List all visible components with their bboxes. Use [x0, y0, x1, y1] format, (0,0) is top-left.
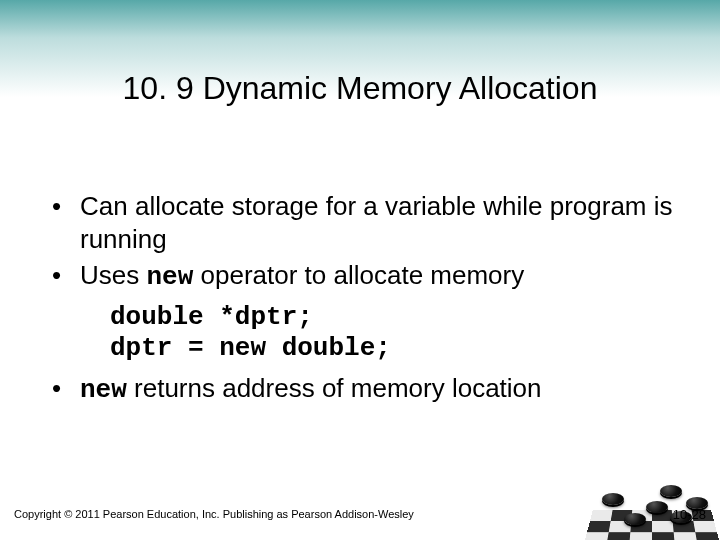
bullet-3-mono: new [80, 375, 127, 405]
bullet-list: Can allocate storage for a variable whil… [52, 190, 680, 294]
bullet-2-mono: new [146, 262, 193, 292]
code-line-2: dptr = new double; [110, 333, 391, 363]
bullet-item-1: Can allocate storage for a variable whil… [52, 190, 680, 255]
slide: 10. 9 Dynamic Memory Allocation Can allo… [0, 0, 720, 540]
page-number: 10-28 [673, 507, 706, 522]
bullet-item-3: new returns address of memory location [52, 372, 680, 407]
bullet-3-post: returns address of memory location [127, 373, 542, 403]
bullet-2-pre: Uses [80, 260, 146, 290]
checker-piece [602, 493, 624, 505]
slide-content: Can allocate storage for a variable whil… [52, 190, 680, 410]
copyright-footer: Copyright © 2011 Pearson Education, Inc.… [14, 508, 414, 520]
code-line-1: double *dptr; [110, 302, 313, 332]
code-block: double *dptr; dptr = new double; [110, 302, 680, 364]
bullet-item-2: Uses new operator to allocate memory [52, 259, 680, 294]
bullet-2-post: operator to allocate memory [193, 260, 524, 290]
checker-piece [624, 513, 646, 525]
bullet-1-text: Can allocate storage for a variable whil… [80, 191, 673, 254]
checker-piece [646, 501, 668, 513]
checker-piece [660, 485, 682, 497]
checkerboard-image [570, 455, 720, 540]
slide-title: 10. 9 Dynamic Memory Allocation [0, 70, 720, 107]
bullet-list-2: new returns address of memory location [52, 372, 680, 407]
